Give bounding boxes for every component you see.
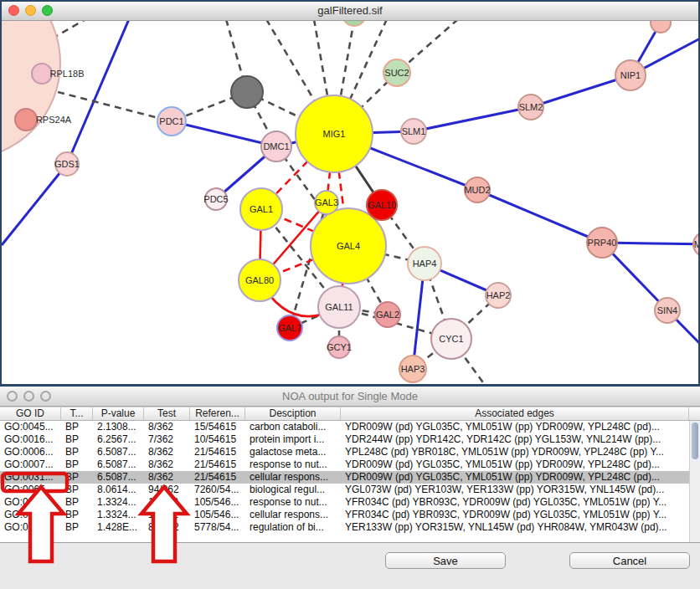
table-cell[interactable]: YDR009W (pd) YGL035C, YML051W (pp) YDR00… (341, 421, 689, 433)
table-cell[interactable]: 105/546... (190, 496, 245, 509)
table-cell[interactable]: YDR244W (pp) YDR142C, YDR142C (pp) YGL15… (341, 433, 689, 446)
table-cell[interactable]: GO:0031... (0, 496, 61, 509)
table-row[interactable]: GO:0031...BP1.3324...11/362105/546...res… (0, 496, 700, 509)
table-cell[interactable]: GO:0065... (0, 484, 61, 496)
table-cell[interactable]: GO:0006... (0, 446, 61, 458)
table-cell[interactable]: GO:0045... (0, 421, 61, 433)
graph-node[interactable] (231, 76, 263, 108)
table-cell[interactable]: 7260/54... (190, 484, 245, 496)
network-graph: RPL18BRPS24AGDS1PDC1MIG1SUC2SLM1SLM2NIP1… (2, 21, 698, 384)
table-cell[interactable]: 11/362 (144, 496, 190, 509)
graph-node[interactable] (2, 21, 60, 159)
table-cell[interactable]: BP (61, 458, 93, 471)
graph-node-label: DMC1 (263, 141, 289, 151)
table-cell[interactable]: 21/54615 (190, 471, 245, 484)
table-cell[interactable]: BP (61, 446, 93, 458)
table-cell[interactable]: YDR009W (pd) YGL035C, YML051W (pp) YDR00… (341, 458, 689, 471)
column-header-pvalue[interactable]: P-value (93, 407, 144, 420)
table-cell[interactable]: YGL073W (pd) YER103W, YER133W (pp) YOR31… (341, 484, 689, 496)
table-row[interactable]: GO:0045...BP2.1308...8/36215/54615carbon… (0, 421, 700, 433)
table-cell[interactable]: BP (61, 484, 93, 496)
table-cell[interactable]: biological regul... (245, 484, 341, 496)
table-cell[interactable]: 7/362 (144, 433, 190, 446)
table-cell[interactable]: 1.3324... (93, 509, 144, 521)
column-header-referen[interactable]: Referen... (190, 407, 245, 420)
table-cell[interactable]: 8/362 (144, 471, 190, 484)
table-row[interactable]: GO:0031...BP6.5087...8/36221/54615cellul… (0, 471, 700, 484)
graph-node-RPL18B[interactable] (32, 64, 52, 84)
network-canvas[interactable]: RPL18BRPS24AGDS1PDC1MIG1SUC2SLM1SLM2NIP1… (2, 21, 698, 384)
table-cell[interactable]: BP (61, 433, 93, 446)
table-cell[interactable]: 10/54615 (190, 433, 245, 446)
table-cell[interactable]: GO:0007... (0, 458, 61, 471)
table-cell[interactable]: 5778/54... (190, 521, 245, 534)
graph-node-label: RPL18B (50, 69, 85, 79)
save-button[interactable]: Save (385, 552, 506, 569)
graph-node-label: NIP1 (620, 70, 641, 80)
table-row[interactable]: GO:0016...BP6.2567...7/36210/54615protei… (0, 433, 700, 446)
table-cell[interactable]: BP (61, 471, 93, 484)
table-row[interactable]: GO:0006...BP6.5087...8/36221/54615galact… (0, 446, 700, 458)
table-cell[interactable]: YFR034C (pd) YBR093C, YDR009W (pd) YGL03… (341, 496, 689, 509)
table-cell[interactable]: GO:0050... (0, 521, 61, 534)
column-header-t[interactable]: T... (61, 407, 93, 420)
table-cell[interactable]: 94/362 (144, 484, 190, 496)
table-cell[interactable]: 2.1308... (93, 421, 144, 433)
table-cell[interactable]: 105/546... (190, 509, 245, 521)
cancel-button[interactable]: Cancel (569, 552, 690, 569)
table-cell[interactable]: 1.428E... (93, 521, 144, 534)
table-cell[interactable]: 8/362 (144, 458, 190, 471)
graph-node[interactable] (651, 21, 671, 33)
table-cell[interactable]: GO:0016... (0, 433, 61, 446)
table-cell[interactable]: YPL248C (pd) YBR018C, YML051W (pp) YDR00… (341, 446, 689, 458)
table-cell[interactable]: BP (61, 509, 93, 521)
graph-node-label: GAL2 (376, 310, 399, 320)
table-cell[interactable]: galactose meta... (245, 446, 341, 458)
table-cell[interactable]: 8/362 (144, 446, 190, 458)
table-cell[interactable]: carbon cataboli... (245, 421, 341, 433)
column-header-desciption[interactable]: Desciption (245, 407, 341, 420)
table-cell[interactable]: cellular respons... (245, 509, 341, 521)
table-cell[interactable]: 6.5087... (93, 471, 144, 484)
table-cell[interactable]: cellular respons... (245, 471, 341, 484)
table-cell[interactable]: 1.3324... (93, 496, 144, 509)
table-cell[interactable]: 21/54615 (190, 446, 245, 458)
table-cell[interactable]: YDR009W (pd) YGL035C, YML051W (pp) YDR00… (341, 471, 689, 484)
graph-node-label: SIN4 (657, 305, 677, 315)
column-header-test[interactable]: Test (144, 407, 190, 420)
table-cell[interactable]: BP (61, 496, 93, 509)
noa-window-titlebar[interactable]: NOA output for Single Mode (0, 387, 700, 407)
table-cell[interactable]: 6.2567... (93, 433, 144, 446)
network-window-titlebar[interactable]: galFiltered.sif (2, 2, 698, 21)
table-cell[interactable]: 8.0614... (93, 484, 144, 496)
column-header-associatededges[interactable]: Associated edges (341, 407, 689, 420)
table-cell[interactable]: 21/54615 (190, 458, 245, 471)
graph-node-label: HAP4 (413, 259, 437, 269)
vertical-scrollbar[interactable] (689, 421, 700, 542)
graph-node-RPS24A[interactable] (15, 109, 37, 131)
table-row[interactable]: GO:0007...BP6.5087...8/36221/54615respon… (0, 458, 700, 471)
table-row[interactable]: GO:0050...BP1.428E...80/3625778/54...reg… (0, 521, 700, 534)
table-cell[interactable]: BP (61, 421, 93, 433)
table-cell[interactable]: regulation of bi... (245, 521, 341, 534)
vertical-scrollbar-thumb[interactable] (692, 423, 698, 459)
table-cell[interactable]: 8/362 (144, 421, 190, 433)
column-header-goid[interactable]: GO ID (0, 407, 61, 420)
table-cell[interactable]: response to nut... (245, 458, 341, 471)
table-row[interactable]: GO:0031...BP1.3324...11/362105/546...cel… (0, 509, 700, 521)
table-cell[interactable]: GO:0031... (0, 509, 61, 521)
table-cell[interactable]: response to nut... (245, 496, 341, 509)
table-cell[interactable]: 6.5087... (93, 446, 144, 458)
table-cell[interactable]: protein import i... (245, 433, 341, 446)
table-cell[interactable]: 80/362 (144, 521, 190, 534)
table-cell[interactable]: YER133W (pp) YOR315W, YNL145W (pd) YHR08… (341, 521, 689, 534)
table-cell[interactable]: YFR034C (pd) YBR093C, YDR009W (pd) YGL03… (341, 509, 689, 521)
graph-node-label: MIG1 (323, 129, 346, 139)
table-cell[interactable]: 6.5087... (93, 458, 144, 471)
graph-node[interactable] (342, 21, 366, 26)
table-cell[interactable]: 15/54615 (190, 421, 245, 433)
table-cell[interactable]: GO:0031... (0, 471, 61, 484)
table-cell[interactable]: 11/362 (144, 509, 190, 521)
table-cell[interactable]: BP (61, 521, 93, 534)
table-row[interactable]: GO:0065...BP8.0614...94/3627260/54...bio… (0, 484, 700, 496)
